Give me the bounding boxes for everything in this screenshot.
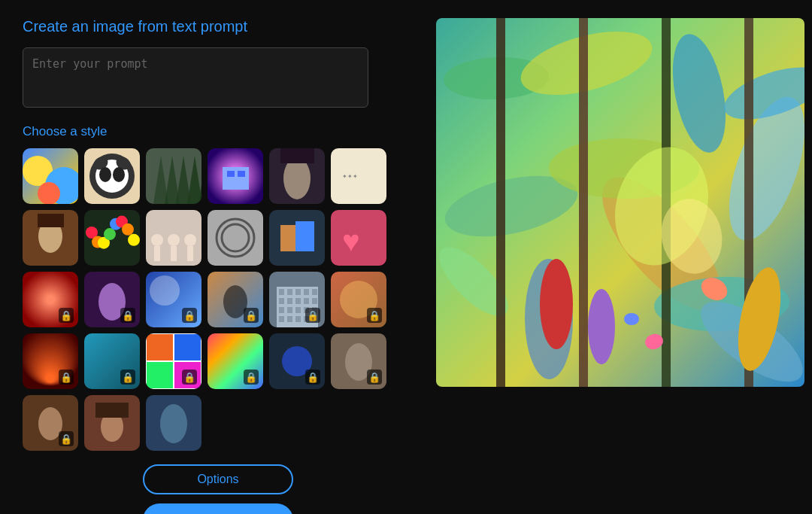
lock-icon: 🔒	[59, 370, 74, 385]
style-item-red-glow[interactable]: 🔒	[23, 272, 78, 327]
buttons-row: Options Generate	[23, 464, 414, 514]
lock-icon: 🔒	[120, 370, 135, 385]
style-item-warm-abstract[interactable]: 🔒	[331, 272, 386, 327]
style-item-colorful-icons[interactable]: 🔒	[146, 333, 201, 389]
lock-icon: 🔒	[305, 308, 320, 323]
lock-icon: 🔒	[59, 431, 74, 446]
lock-icon: 🔒	[182, 308, 197, 323]
generate-button[interactable]: Generate	[143, 503, 293, 514]
style-item-building[interactable]: 🔒	[269, 272, 325, 327]
style-item-blue-abstract[interactable]: 🔒	[146, 272, 201, 327]
style-item-dark-abstract[interactable]: 🔒	[269, 333, 325, 389]
lock-icon: 🔒	[305, 370, 320, 385]
style-item-robot-neon[interactable]	[208, 148, 263, 204]
prompt-input[interactable]	[23, 47, 368, 108]
style-item-floral[interactable]	[84, 210, 140, 266]
options-button[interactable]: Options	[143, 464, 293, 494]
style-item-coffee-swirl[interactable]	[208, 210, 263, 266]
style-item-hat-portrait[interactable]	[84, 395, 140, 451]
right-panel	[436, 18, 804, 496]
lock-icon: 🔒	[59, 308, 74, 323]
lock-icon: 🔒	[120, 308, 135, 323]
style-item-forest-mist[interactable]	[146, 148, 201, 204]
style-item-teal-abstract[interactable]: 🔒	[84, 333, 140, 389]
style-item-heart-lock[interactable]	[331, 210, 386, 266]
style-item-colorful-face[interactable]: 🔒	[208, 272, 263, 327]
generated-image	[436, 18, 804, 387]
style-item-renaissance-portrait[interactable]	[23, 210, 78, 266]
style-item-abstract-colorful[interactable]	[23, 148, 78, 204]
lock-icon: 🔒	[182, 370, 197, 385]
page-title: Create an image from text prompt	[23, 18, 414, 35]
style-item-rainbow-flow[interactable]: 🔒	[208, 333, 263, 389]
styles-section-title: Choose a style	[23, 124, 414, 139]
style-item-blue-face[interactable]	[146, 395, 201, 451]
style-item-panda[interactable]	[84, 148, 140, 204]
lock-icon: 🔒	[244, 370, 259, 385]
style-item-orange-smoke[interactable]: 🔒	[23, 333, 78, 389]
style-item-ballet-dancers[interactable]	[146, 210, 201, 266]
style-item-gray-portrait[interactable]: 🔒	[331, 333, 386, 389]
style-item-portrait-woman[interactable]	[269, 148, 325, 204]
style-item-purple-portrait[interactable]: 🔒	[84, 272, 140, 327]
style-item-brown-portrait[interactable]: 🔒	[23, 395, 78, 451]
lock-icon: 🔒	[244, 308, 259, 323]
style-item-book-magic[interactable]	[269, 210, 325, 266]
lock-icon: 🔒	[367, 370, 382, 385]
lock-icon: 🔒	[367, 308, 382, 323]
style-item-vintage-illustration[interactable]	[331, 148, 386, 204]
left-panel: Create an image from text prompt Choose …	[23, 18, 414, 496]
styles-grid: 🔒🔒🔒🔒🔒🔒🔒🔒🔒🔒🔒🔒🔒	[23, 148, 414, 451]
